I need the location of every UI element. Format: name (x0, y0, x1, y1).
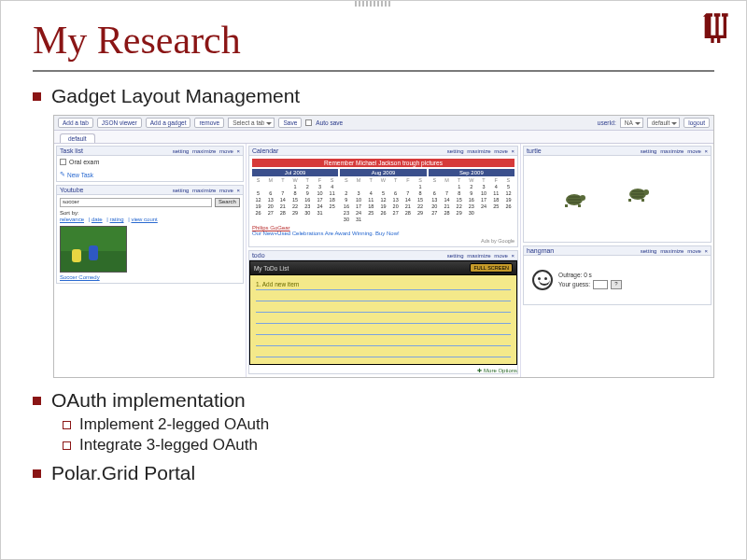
todo-line[interactable] (256, 335, 511, 346)
todo-widget: todo setting maximize move × (248, 250, 518, 374)
sort-relevance[interactable]: relevance (60, 217, 84, 222)
select-tab-dropdown[interactable]: Select a tab (228, 118, 275, 128)
new-task-link[interactable]: New Task (60, 171, 240, 178)
more-options-link[interactable]: More Options (249, 367, 517, 373)
remove-button[interactable]: remove (194, 118, 224, 128)
iu-logo (701, 10, 733, 48)
youtube-body: soccer Search Sort by: relevance | date … (57, 195, 243, 283)
layout-dropdown[interactable]: default (647, 118, 681, 128)
move-link[interactable]: move (219, 148, 233, 154)
tasklist-body: Oral exam New Task (57, 156, 243, 181)
youtube-caption[interactable]: Soccer Comedy (60, 274, 240, 280)
todo-line[interactable] (256, 313, 511, 324)
logout-button[interactable]: logout (684, 118, 710, 128)
setting-link[interactable]: setting (641, 248, 657, 254)
hangman-input-row: Your guess: ? (558, 280, 621, 289)
svg-rect-7 (641, 199, 644, 202)
move-link[interactable]: move (219, 188, 233, 193)
hangman-submit-button[interactable]: ? (611, 280, 621, 289)
bullet-gadget-layout: Gadget Layout Management Add a tab JSON … (51, 85, 714, 378)
column-left: Task list setting maximize move × (54, 144, 247, 377)
todo-line[interactable] (256, 290, 511, 301)
add-gadget-button[interactable]: Add a gadget (146, 118, 191, 128)
tab-default[interactable]: default (60, 133, 95, 143)
move-link[interactable]: move (494, 148, 508, 154)
hangman-row: Outrage: 0 s Your guess: ? (527, 259, 708, 301)
move-link[interactable]: move (687, 148, 701, 154)
turtle-icon (625, 184, 651, 203)
maximize-link[interactable]: maximize (660, 248, 684, 254)
todo-bar-title: My ToDo List (254, 265, 289, 272)
setting-link[interactable]: setting (173, 188, 190, 193)
move-link[interactable]: move (687, 248, 701, 254)
save-button[interactable]: Save (278, 118, 302, 128)
maximize-link[interactable]: maximize (192, 188, 216, 193)
calendar-header: Calendar setting maximize move × (249, 147, 517, 156)
sort-viewcount[interactable]: view count (131, 217, 157, 222)
task-label: Oral exam (69, 159, 99, 165)
calendar-banner[interactable]: Remember Michael Jackson trough pictures (252, 159, 514, 167)
month-header: Sep 2009 (429, 169, 514, 176)
json-viewer-button[interactable]: JSON viewer (97, 118, 142, 128)
hangman-guess-input[interactable] (593, 280, 608, 289)
todo-actions: setting maximize move × (445, 253, 514, 259)
turtle-header: turtle setting maximize move × (524, 147, 711, 156)
close-icon[interactable]: × (236, 188, 240, 193)
bullet-polargrid: Polar.Grid Portal (51, 462, 714, 484)
todo-bar: My ToDo List FULL SCREEN (249, 260, 517, 275)
youtube-sort-links: relevance | date | rating | view count (60, 217, 240, 222)
youtube-header: Youtube setting maximize move × (57, 186, 243, 195)
youtube-title: Youtube (60, 187, 168, 193)
todo-line[interactable]: 1. Add new item (256, 279, 511, 290)
ad-link-2[interactable]: Our New+Used Celebrations Are Award Winn… (252, 231, 400, 236)
calendar-actions: setting maximize move × (445, 148, 514, 154)
todo-line[interactable] (256, 301, 511, 313)
youtube-search-button[interactable]: Search (215, 198, 240, 207)
fullscreen-button[interactable]: FULL SCREEN (470, 263, 513, 273)
close-icon[interactable]: × (512, 253, 515, 259)
setting-link[interactable]: setting (447, 253, 464, 259)
bullet-label: OAuth implementation (51, 389, 246, 411)
todo-notepad[interactable]: 1. Add new item (249, 275, 517, 365)
turtle-actions: setting maximize move × (639, 148, 708, 154)
add-tab-button[interactable]: Add a tab (58, 118, 93, 128)
svg-rect-2 (565, 204, 568, 207)
todo-line[interactable] (256, 324, 511, 335)
sort-rating[interactable]: rating (110, 217, 124, 222)
user-id-dropdown[interactable]: NA (620, 118, 643, 128)
maximize-link[interactable]: maximize (660, 148, 684, 154)
ads-by-google: Ads by Google (252, 238, 514, 244)
close-icon[interactable]: × (704, 248, 708, 254)
tasklist-title: Task list (60, 147, 168, 154)
youtube-actions: setting maximize move × (171, 188, 240, 193)
tasklist-header: Task list setting maximize move × (57, 147, 243, 156)
month-jul: Jul 2009 SMTWTFS 1234 567891011 12131415… (252, 169, 338, 222)
maximize-link[interactable]: maximize (192, 148, 216, 154)
hangman-header: hangman setting maximize move × (524, 246, 711, 256)
sort-date[interactable]: date (92, 217, 103, 222)
hangman-status: Outrage: 0 s (558, 272, 621, 278)
maximize-link[interactable]: maximize (467, 148, 490, 154)
setting-link[interactable]: setting (173, 148, 190, 154)
setting-link[interactable]: setting (447, 148, 464, 154)
setting-link[interactable]: setting (641, 148, 657, 154)
close-icon[interactable]: × (704, 148, 708, 154)
month-header: Aug 2009 (340, 169, 426, 176)
calendar-title: Calendar (252, 147, 443, 154)
close-icon[interactable]: × (512, 148, 515, 154)
youtube-thumbnail[interactable] (60, 226, 127, 273)
maximize-link[interactable]: maximize (467, 253, 490, 259)
move-link[interactable]: move (494, 253, 508, 259)
bullet-label: Polar.Grid Portal (51, 462, 195, 483)
task-checkbox[interactable] (60, 159, 66, 165)
month-sep: Sep 2009 SMTWTFS 12345 6789101112 131415… (429, 169, 514, 222)
youtube-search-input[interactable]: soccer (60, 198, 212, 207)
title-underline (33, 70, 714, 72)
turtle-stage (524, 156, 711, 242)
close-icon[interactable]: × (236, 148, 240, 154)
auto-save-checkbox[interactable] (305, 119, 312, 126)
todo-line[interactable] (256, 346, 511, 357)
youtube-search: soccer Search (60, 198, 240, 207)
gadget-screenshot: Add a tab JSON viewer Add a gadget remov… (53, 115, 714, 378)
gadget-toolbar: Add a tab JSON viewer Add a gadget remov… (54, 116, 713, 131)
